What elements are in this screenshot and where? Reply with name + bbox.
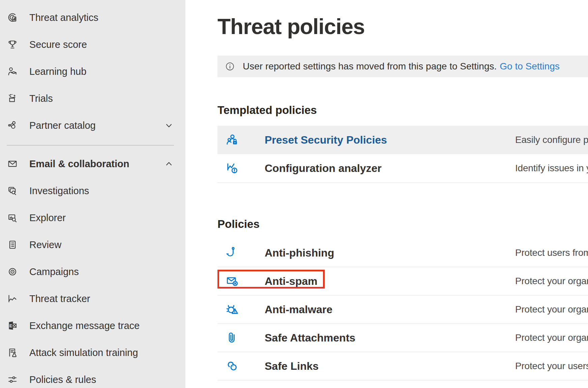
- row-description: Protect your users fr: [515, 361, 588, 371]
- row-anti-spam[interactable]: Anti-spam Protect your organiz: [217, 267, 588, 296]
- sidebar-item-label: Campaigns: [29, 266, 79, 277]
- sidebar-item-label: Trials: [29, 93, 53, 104]
- divider: [217, 182, 588, 183]
- sidebar-item-explorer[interactable]: Explorer: [0, 204, 185, 231]
- sidebar-item-label: Investigations: [29, 185, 89, 197]
- sidebar-item-label: Learning hub: [29, 66, 86, 77]
- section-heading-policies: Policies: [217, 217, 588, 231]
- row-label: Safe Links: [265, 360, 319, 372]
- explorer-icon: [7, 212, 18, 223]
- sidebar-item-attack-simulation-training[interactable]: Attack simulation training: [0, 339, 185, 366]
- row-description: Protect users from p: [515, 247, 588, 258]
- secure-score-icon: [7, 39, 18, 50]
- anti-phishing-icon: [225, 246, 239, 260]
- partner-catalog-icon: [7, 120, 18, 131]
- sidebar-item-threat-tracker[interactable]: Threat tracker: [0, 285, 185, 312]
- anti-malware-icon: [225, 302, 239, 317]
- threat-tracker-icon: [7, 293, 18, 304]
- sidebar-item-secure-score[interactable]: Secure score: [0, 31, 185, 58]
- sidebar-item-partner-catalog[interactable]: Partner catalog: [0, 112, 185, 139]
- sidebar-item-email-collaboration[interactable]: Email & collaboration: [0, 150, 185, 177]
- investigations-icon: [7, 185, 18, 197]
- sidebar-item-label: Explorer: [29, 212, 66, 223]
- main-content: Threat policies User reported settings h…: [185, 0, 588, 388]
- sidebar: Threat analytics Secure score Learning h…: [0, 0, 185, 388]
- sidebar-item-label: Policies & rules: [29, 374, 96, 385]
- chevron-up-icon[interactable]: [165, 160, 173, 168]
- review-icon: [7, 239, 18, 250]
- sidebar-item-label: Email & collaboration: [29, 158, 129, 170]
- sidebar-item-label: Exchange message trace: [29, 320, 140, 331]
- sidebar-item-campaigns[interactable]: Campaigns: [0, 258, 185, 285]
- sidebar-item-investigations[interactable]: Investigations: [0, 177, 185, 204]
- page-title: Threat policies: [217, 14, 588, 39]
- row-label-link[interactable]: Preset Security Policies: [265, 134, 387, 146]
- sidebar-item-review[interactable]: Review: [0, 231, 185, 258]
- info-icon: [225, 62, 235, 71]
- row-description: Identify issues in you: [515, 163, 588, 174]
- sidebar-item-label: Review: [29, 239, 61, 250]
- sidebar-divider: [7, 145, 174, 146]
- svg-text:E: E: [9, 323, 12, 328]
- banner-message: User reported settings has moved from th…: [243, 61, 497, 72]
- row-description: Protect your organiz: [515, 332, 588, 343]
- sidebar-item-policies-rules[interactable]: Policies & rules: [0, 366, 185, 388]
- row-description: Protect your organiz: [515, 276, 588, 287]
- templated-policies-list: Preset Security Policies Easily configur…: [217, 126, 588, 182]
- exchange-icon: E: [7, 320, 18, 331]
- configuration-analyzer-icon: [225, 161, 239, 175]
- section-heading-templated-policies: Templated policies: [217, 103, 588, 117]
- safe-attachments-icon: [225, 331, 239, 345]
- sidebar-item-label: Threat tracker: [29, 293, 90, 304]
- row-anti-malware[interactable]: Anti-malware Protect your organiz: [217, 296, 588, 324]
- row-anti-phishing[interactable]: Anti-phishing Protect users from p: [217, 239, 588, 267]
- policies-list: Anti-phishing Protect users from p Anti-…: [217, 239, 588, 381]
- go-to-settings-link[interactable]: Go to Settings: [500, 61, 559, 72]
- trials-icon: [7, 93, 18, 104]
- info-banner: User reported settings has moved from th…: [217, 56, 588, 77]
- row-label: Anti-malware: [265, 303, 332, 316]
- learning-hub-icon: [7, 66, 18, 77]
- row-description: Easily configure prot: [515, 135, 588, 145]
- row-label: Anti-spam: [265, 275, 317, 288]
- row-configuration-analyzer[interactable]: Configuration analyzer Identify issues i…: [217, 154, 588, 182]
- sidebar-item-label: Threat analytics: [29, 12, 98, 23]
- preset-security-icon: [225, 133, 239, 147]
- row-label: Anti-phishing: [265, 247, 334, 259]
- attack-simulation-icon: [7, 347, 18, 358]
- row-preset-security-policies[interactable]: Preset Security Policies Easily configur…: [217, 126, 588, 154]
- row-safe-links[interactable]: Safe Links Protect your users fr: [217, 352, 588, 381]
- campaigns-icon: [7, 266, 18, 277]
- sidebar-item-exchange-message-trace[interactable]: E Exchange message trace: [0, 312, 185, 339]
- sidebar-item-label: Attack simulation training: [29, 347, 138, 358]
- safe-links-icon: [225, 359, 239, 373]
- row-safe-attachments[interactable]: Safe Attachments Protect your organiz: [217, 324, 588, 352]
- sidebar-item-learning-hub[interactable]: Learning hub: [0, 58, 185, 85]
- anti-spam-icon: [225, 274, 239, 288]
- sidebar-item-threat-analytics[interactable]: Threat analytics: [0, 4, 185, 31]
- row-label: Safe Attachments: [265, 332, 355, 344]
- threat-analytics-icon: [7, 12, 18, 23]
- email-icon: [7, 158, 18, 170]
- sidebar-item-trials[interactable]: Trials: [0, 85, 185, 112]
- sidebar-item-label: Partner catalog: [29, 120, 96, 131]
- chevron-down-icon[interactable]: [165, 121, 173, 129]
- sidebar-item-label: Secure score: [29, 39, 87, 50]
- row-label: Configuration analyzer: [265, 162, 382, 175]
- row-description: Protect your organiz: [515, 304, 588, 315]
- policies-rules-icon: [7, 374, 18, 385]
